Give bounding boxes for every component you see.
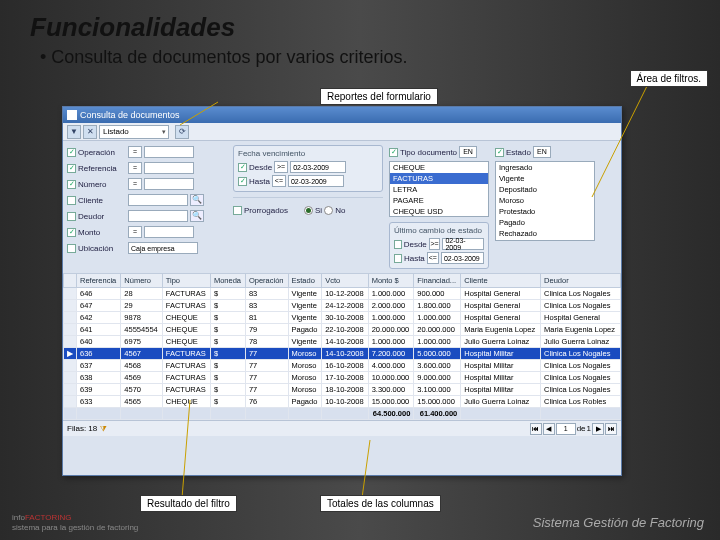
toolbar-combo[interactable]: Listado <box>99 125 169 139</box>
search-icon[interactable]: 🔍 <box>190 194 204 206</box>
prev-page-icon[interactable]: ◀ <box>543 423 555 435</box>
filter-op[interactable]: = <box>128 162 142 174</box>
list-item[interactable]: Protestado <box>496 206 594 217</box>
cmp-estado[interactable]: EN <box>533 146 551 158</box>
op-hasta[interactable]: <= <box>272 175 286 187</box>
footer-logo: infoFACTORING sistema para la gestión de… <box>12 509 138 532</box>
last-page-icon[interactable]: ⏭ <box>605 423 617 435</box>
op-uc-hasta[interactable]: <= <box>427 252 439 264</box>
table-row[interactable]: 6384569FACTURAS$77Moroso17-10-200810.000… <box>64 372 621 384</box>
first-page-icon[interactable]: ⏮ <box>530 423 542 435</box>
checkbox[interactable]: ✓ <box>67 228 76 237</box>
filter-input[interactable] <box>144 162 194 174</box>
list-item[interactable]: Moroso <box>496 195 594 206</box>
list-item[interactable]: Rechazado <box>496 228 594 239</box>
checkbox[interactable]: ✓ <box>67 164 76 173</box>
callout-area-filtros: Área de filtros. <box>630 70 708 87</box>
filter-input[interactable]: Caja empresa <box>128 242 198 254</box>
list-item[interactable]: LETRA <box>390 184 488 195</box>
column-header[interactable]: Tipo <box>162 274 210 288</box>
table-row[interactable]: 6394570FACTURAS$77Moroso18-10-20083.300.… <box>64 384 621 396</box>
window-titlebar[interactable]: Consulta de documentos <box>63 107 621 123</box>
checkbox[interactable]: ✓ <box>67 180 76 189</box>
filter-label: Ubicación <box>78 244 126 253</box>
filter-indicator-icon: ⧩ <box>100 424 107 433</box>
date-uc-hasta[interactable]: 02-03-2009 <box>441 252 484 264</box>
lbl-pages: 1 <box>587 424 591 433</box>
clear-icon[interactable]: ✕ <box>83 125 97 139</box>
listbox-tipodoc[interactable]: CHEQUEFACTURASLETRAPAGARECHEQUE USD <box>389 161 489 217</box>
page-input[interactable]: 1 <box>556 423 576 435</box>
list-item[interactable]: CHEQUE <box>390 162 488 173</box>
column-header[interactable]: Monto $ <box>368 274 414 288</box>
val-filas: 18 <box>88 424 97 433</box>
radio-si[interactable] <box>304 206 313 215</box>
window-title: Consulta de documentos <box>80 110 180 120</box>
date-hasta[interactable]: 02-03-2009 <box>288 175 344 187</box>
table-row[interactable]: 6374568FACTURAS$77Moroso16-10-20084.000.… <box>64 360 621 372</box>
lbl-estado: Estado <box>506 148 531 157</box>
checkbox[interactable]: ✓ <box>238 177 247 186</box>
filter-input[interactable] <box>128 210 188 222</box>
checkbox[interactable] <box>67 196 76 205</box>
op-uc-desde[interactable]: >= <box>429 238 441 250</box>
list-item[interactable]: Pagado <box>496 217 594 228</box>
list-item[interactable]: PAGARE <box>390 195 488 206</box>
footer-right: Sistema Gestión de Factoring <box>533 515 704 530</box>
column-header[interactable]: Deudor <box>541 274 621 288</box>
radio-no[interactable] <box>324 206 333 215</box>
checkbox[interactable]: ✓ <box>238 163 247 172</box>
column-header[interactable]: Número <box>121 274 162 288</box>
column-header[interactable]: Vcto <box>322 274 369 288</box>
column-header[interactable]: Estado <box>288 274 322 288</box>
checkbox[interactable] <box>394 240 402 249</box>
table-row[interactable]: 6429878CHEQUE$81Vigente30-10-20081.000.0… <box>64 312 621 324</box>
table-row[interactable]: ▶6364567FACTURAS$77Moroso14-10-20087.200… <box>64 348 621 360</box>
list-item[interactable]: Vigente <box>496 173 594 184</box>
list-item[interactable]: FACTURAS <box>390 173 488 184</box>
search-icon[interactable]: 🔍 <box>190 210 204 222</box>
checkbox[interactable] <box>67 212 76 221</box>
filter-label: Número <box>78 180 126 189</box>
refresh-icon[interactable]: ⟳ <box>175 125 189 139</box>
listbox-estado[interactable]: IngresadoVigenteDepositadoMorosoProtesta… <box>495 161 595 241</box>
lbl-filas: Filas: <box>67 424 86 433</box>
list-item[interactable]: Depositado <box>496 184 594 195</box>
next-page-icon[interactable]: ▶ <box>592 423 604 435</box>
checkbox[interactable] <box>394 254 402 263</box>
checkbox[interactable] <box>67 244 76 253</box>
grid[interactable]: ReferenciaNúmeroTipoMonedaOperaciónEstad… <box>63 273 621 420</box>
filter-label: Referencia <box>78 164 126 173</box>
op-desde[interactable]: >= <box>274 161 288 173</box>
filter-input[interactable] <box>144 146 194 158</box>
filter-icon[interactable]: ▼ <box>67 125 81 139</box>
pager: ⏮ ◀ 1 de 1 ▶ ⏭ <box>530 423 617 435</box>
filter-input[interactable] <box>128 194 188 206</box>
column-header[interactable]: Cliente <box>461 274 541 288</box>
filter-op[interactable]: = <box>128 146 142 158</box>
table-row[interactable]: 64628FACTURAS$83Vigente10-12-20081.000.0… <box>64 288 621 300</box>
filter-op[interactable]: = <box>128 226 142 238</box>
checkbox-prorrogados[interactable] <box>233 206 242 215</box>
checkbox-estado[interactable]: ✓ <box>495 148 504 157</box>
list-item[interactable]: Ingresado <box>496 162 594 173</box>
column-header[interactable]: Financiad... <box>414 274 461 288</box>
column-header[interactable]: Referencia <box>77 274 121 288</box>
lbl-uc-hasta: Hasta <box>404 254 425 263</box>
filter-input[interactable] <box>144 226 194 238</box>
filter-op[interactable]: = <box>128 178 142 190</box>
cmp-tipodoc[interactable]: EN <box>459 146 477 158</box>
checkbox[interactable]: ✓ <box>67 148 76 157</box>
list-item[interactable]: CHEQUE USD <box>390 206 488 217</box>
filter-input[interactable] <box>144 178 194 190</box>
date-desde[interactable]: 02-03-2009 <box>290 161 346 173</box>
table-row[interactable]: 64729FACTURAS$83Vigente24-12-20082.000.0… <box>64 300 621 312</box>
panel-title-fecha: Fecha vencimiento <box>238 149 378 158</box>
column-header[interactable]: Operación <box>245 274 288 288</box>
column-header[interactable]: Moneda <box>210 274 245 288</box>
checkbox-tipodoc[interactable]: ✓ <box>389 148 398 157</box>
table-row[interactable]: 6334565CHEQUE$76Pagado10-10-200815.000.0… <box>64 396 621 408</box>
date-uc-desde[interactable]: 02-03-2009 <box>442 238 484 250</box>
table-row[interactable]: 64145554554CHEQUE$79Pagado22-10-200820.0… <box>64 324 621 336</box>
table-row[interactable]: 6406975CHEQUE$78Vigente14-10-20081.000.0… <box>64 336 621 348</box>
